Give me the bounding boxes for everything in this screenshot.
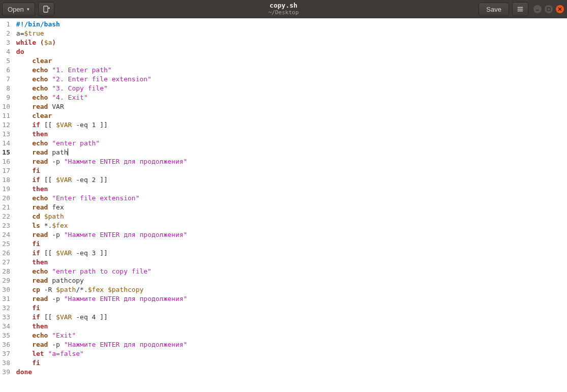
code-line[interactable]: while ($a)	[12, 38, 567, 47]
line-number: 16	[0, 157, 12, 166]
code-line[interactable]: read fex	[12, 203, 567, 212]
line-number: 11	[0, 111, 12, 120]
editor[interactable]: 1234567891011121314151617181920212223242…	[0, 18, 567, 392]
titlebar: Open copy.sh ~/Desktop Save	[0, 0, 567, 18]
line-number: 7	[0, 75, 12, 84]
line-number: 29	[0, 276, 12, 285]
code-line[interactable]: fi	[12, 358, 567, 368]
code-area[interactable]: #!/bin/bash a=$true while ($a) do clear …	[12, 18, 567, 392]
line-number-gutter: 1234567891011121314151617181920212223242…	[0, 18, 12, 392]
line-number: 31	[0, 294, 12, 304]
line-number: 17	[0, 166, 12, 175]
code-line[interactable]: fi	[12, 166, 567, 175]
line-number: 25	[0, 239, 12, 249]
open-button-label: Open	[8, 6, 24, 13]
code-line[interactable]: read path	[12, 148, 567, 157]
line-number: 37	[0, 349, 12, 358]
save-button[interactable]: Save	[479, 3, 509, 16]
window-close-button[interactable]	[556, 5, 564, 13]
code-line[interactable]: read -p "Нажмите ENTER для продолжения"	[12, 294, 567, 304]
line-number: 6	[0, 66, 12, 75]
code-line[interactable]: echo "enter path to copy file"	[12, 267, 567, 276]
hamburger-menu-button[interactable]	[512, 2, 528, 16]
line-number: 20	[0, 194, 12, 203]
title-filename: copy.sh	[268, 2, 299, 10]
new-document-icon	[42, 5, 50, 13]
line-number: 19	[0, 185, 12, 194]
line-number: 39	[0, 368, 12, 377]
line-number: 27	[0, 258, 12, 267]
window-minimize-button[interactable]	[533, 5, 542, 13]
code-line[interactable]: read -p "Нажмите ENTER для продолжения"	[12, 157, 567, 166]
open-button[interactable]: Open	[2, 3, 35, 16]
code-line[interactable]: echo "Exit"	[12, 331, 567, 340]
line-number: 9	[0, 93, 12, 102]
line-number: 18	[0, 175, 12, 185]
code-line[interactable]: if [[ $VAR -eq 2 ]]	[12, 175, 567, 185]
code-line[interactable]: cp -R $path/*.$fex $pathcopy	[12, 285, 567, 294]
line-number: 1	[0, 20, 12, 29]
code-line[interactable]: then	[12, 322, 567, 331]
title-path: ~/Desktop	[268, 10, 299, 16]
line-number: 14	[0, 139, 12, 148]
code-line[interactable]: echo "enter path"	[12, 139, 567, 148]
code-line[interactable]: then	[12, 258, 567, 267]
window-maximize-button[interactable]	[545, 5, 553, 13]
new-document-button[interactable]	[38, 2, 54, 16]
minimize-icon	[535, 7, 540, 11]
line-number: 10	[0, 102, 12, 111]
code-line[interactable]: echo "Enter file extension"	[12, 194, 567, 203]
line-number: 26	[0, 249, 12, 258]
svg-rect-0	[44, 6, 48, 12]
code-line[interactable]: do	[12, 47, 567, 56]
code-line[interactable]: ls *.$fex	[12, 221, 567, 230]
svg-rect-1	[547, 8, 550, 11]
window-controls	[533, 5, 564, 13]
code-line[interactable]: echo "2. Enter file extension"	[12, 75, 567, 84]
line-number: 5	[0, 56, 12, 66]
code-line[interactable]: if [[ $VAR -eq 4 ]]	[12, 313, 567, 322]
code-line[interactable]: if [[ $VAR -eq 3 ]]	[12, 249, 567, 258]
code-line[interactable]: clear	[12, 56, 567, 66]
line-number: 35	[0, 331, 12, 340]
code-line[interactable]: cd $path	[12, 212, 567, 221]
line-number: 36	[0, 340, 12, 349]
line-number: 28	[0, 267, 12, 276]
line-number: 34	[0, 322, 12, 331]
code-line[interactable]: if [[ $VAR -eq 1 ]]	[12, 120, 567, 130]
code-line[interactable]: then	[12, 130, 567, 139]
code-line[interactable]: done	[12, 368, 567, 377]
line-number: 32	[0, 304, 12, 313]
code-line[interactable]: read pathcopy	[12, 276, 567, 285]
code-line[interactable]: read -p "Нажмите ENTER для продолжения"	[12, 230, 567, 239]
menu-icon	[517, 6, 524, 13]
maximize-icon	[547, 7, 551, 11]
code-line[interactable]: read VAR	[12, 102, 567, 111]
save-button-label: Save	[486, 6, 501, 13]
code-line[interactable]: a=$true	[12, 29, 567, 38]
line-number: 12	[0, 120, 12, 130]
code-line[interactable]: fi	[12, 239, 567, 249]
line-number: 3	[0, 38, 12, 47]
line-number: 22	[0, 212, 12, 221]
close-icon	[558, 7, 562, 11]
line-number: 2	[0, 29, 12, 38]
line-number: 33	[0, 313, 12, 322]
title-block: copy.sh ~/Desktop	[268, 2, 299, 16]
line-number: 21	[0, 203, 12, 212]
code-line[interactable]: #!/bin/bash	[12, 20, 567, 29]
line-number: 30	[0, 285, 12, 294]
line-number: 23	[0, 221, 12, 230]
code-line[interactable]: then	[12, 185, 567, 194]
line-number: 4	[0, 47, 12, 56]
code-line[interactable]: let "a=false"	[12, 349, 567, 358]
line-number: 15	[0, 148, 12, 157]
code-line[interactable]: read -p "Нажмите ENTER для продолжения"	[12, 340, 567, 349]
code-line[interactable]: echo "4. Exit"	[12, 93, 567, 102]
code-line[interactable]: fi	[12, 304, 567, 313]
line-number: 24	[0, 230, 12, 239]
line-number: 38	[0, 358, 12, 368]
code-line[interactable]: clear	[12, 111, 567, 120]
code-line[interactable]: echo "1. Enter path"	[12, 66, 567, 75]
code-line[interactable]: echo "3. Copy file"	[12, 84, 567, 93]
